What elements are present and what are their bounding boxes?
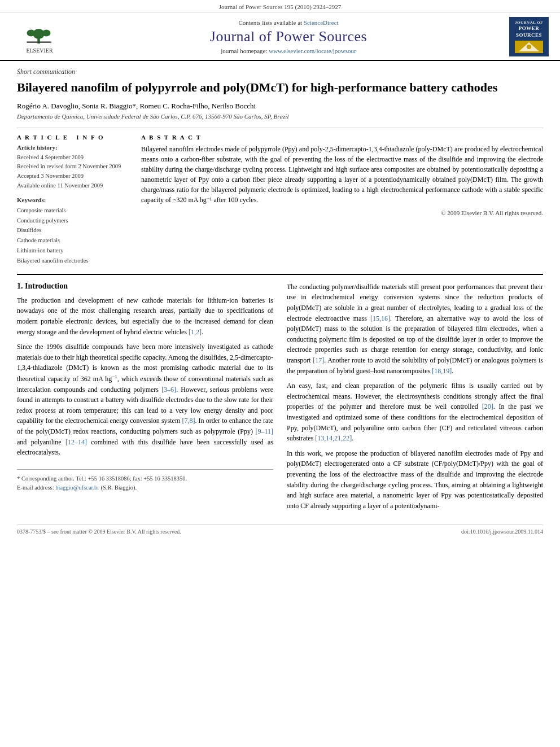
abstract-col: A B S T R A C T Bilayered nanofilm elect… — [141, 134, 543, 266]
keyword-3: Disulfides — [17, 225, 130, 235]
svg-point-3 — [42, 29, 51, 36]
top-bar: Journal of Power Sources 195 (2010) 2924… — [0, 0, 560, 12]
keyword-1: Composite materials — [17, 206, 130, 216]
body-right-col: The conducting polymer/disulfide materia… — [287, 282, 543, 516]
keyword-4: Cathode materials — [17, 235, 130, 246]
homepage-line: journal homepage: www.elsevier.com/locat… — [68, 47, 509, 54]
intro-para-2: Since the 1990s disulfide compounds have… — [17, 342, 273, 458]
issn-text: 0378-7753/$ – see front matter © 2009 El… — [17, 528, 181, 535]
divider-1 — [17, 128, 543, 128]
keyword-5: Lithium-ion battery — [17, 246, 130, 256]
copyright: © 2009 Elsevier B.V. All rights reserved… — [141, 209, 543, 216]
keyword-2: Conducting polymers — [17, 216, 130, 226]
accepted-date: Accepted 3 November 2009 — [17, 172, 130, 181]
body-divider — [17, 274, 543, 275]
journal-header: ELSEVIER Contents lists available at Sci… — [0, 12, 560, 61]
ref-15-16[interactable]: [15,16] — [370, 314, 390, 322]
svg-point-2 — [27, 29, 36, 36]
ref-13-22[interactable]: [13,14,21,22] — [315, 434, 352, 442]
history-label: Article history: — [17, 144, 130, 151]
ref-7-8[interactable]: [7,8] — [182, 417, 195, 425]
body-columns: 1. Introduction The production and devel… — [17, 282, 543, 516]
article-info-abstract: A R T I C L E I N F O Article history: R… — [17, 134, 543, 266]
article-dates: Received 4 September 2009 Received in re… — [17, 153, 130, 191]
authors: Rogério A. Davoglio, Sonia R. Biaggio*, … — [17, 102, 543, 111]
footnote-corresponding: * Corresponding author. Tel.: +55 16 335… — [17, 474, 273, 483]
keywords-list: Composite materials Conducting polymers … — [17, 206, 130, 266]
right-para-1: The conducting polymer/disulfide materia… — [287, 282, 543, 376]
body-left-col: 1. Introduction The production and devel… — [17, 282, 273, 516]
keyword-6: Bilayered nanofilm electrodes — [17, 256, 130, 266]
ref-20[interactable]: [20] — [482, 403, 493, 410]
article-info-col: A R T I C L E I N F O Article history: R… — [17, 134, 130, 266]
homepage-link[interactable]: www.elsevier.com/locate/jpowsour — [269, 47, 356, 54]
affiliation: Departamento de Química, Universidade Fe… — [17, 113, 543, 120]
intro-para-1: The production and development of new ca… — [17, 295, 273, 337]
doi-text: doi:10.1016/j.jpowsour.2009.11.014 — [461, 528, 543, 535]
article-content: Short communication Bilayered nanofilm o… — [0, 61, 560, 546]
page: Journal of Power Sources 195 (2010) 2924… — [0, 0, 560, 747]
svg-rect-4 — [27, 41, 52, 42]
svg-point-6 — [527, 45, 531, 49]
keywords-label: Keywords: — [17, 196, 130, 203]
elsevier-logo-area: ELSEVIER — [11, 20, 68, 54]
footnote-area: * Corresponding author. Tel.: +55 16 335… — [17, 469, 273, 492]
ref-17[interactable]: [17] — [313, 356, 324, 364]
abstract-text: Bilayered nanofilm electrodes made of po… — [141, 144, 543, 205]
ref-18-19[interactable]: [18,19] — [432, 367, 452, 375]
article-type: Short communication — [17, 68, 543, 76]
journal-title: Journal of Power Sources — [68, 28, 509, 45]
ref-12-14[interactable]: [12–14] — [65, 438, 87, 446]
bottom-bar: 0378-7753/$ – see front matter © 2009 El… — [17, 525, 543, 535]
contents-line: Contents lists available at ScienceDirec… — [68, 19, 509, 26]
intro-title: 1. Introduction — [17, 282, 273, 291]
received-date: Received 4 September 2009 — [17, 153, 130, 163]
journal-badge: JOURNAL OF POWER SOURCES — [509, 17, 549, 56]
journal-header-center: Contents lists available at ScienceDirec… — [68, 19, 509, 54]
article-title: Bilayered nanofilm of polypyrrole and po… — [17, 80, 543, 96]
ref-3-6[interactable]: [3–6] — [161, 386, 176, 394]
right-para-3: In this work, we propose the production … — [287, 448, 543, 512]
abstract-heading: A B S T R A C T — [141, 134, 543, 141]
footnote-email: E-mail address: biaggio@ufscar.br (S.R. … — [17, 483, 273, 492]
ref-1-2[interactable]: [1,2] — [189, 328, 202, 336]
elsevier-tree-icon — [23, 20, 56, 46]
journal-citation: Journal of Power Sources 195 (2010) 2924… — [219, 3, 341, 10]
right-para-2: An easy, fast, and clean preparation of … — [287, 381, 543, 444]
ref-9-11[interactable]: [9–11] — [255, 427, 273, 435]
article-info-heading: A R T I C L E I N F O — [17, 134, 130, 141]
elsevier-label: ELSEVIER — [26, 47, 53, 54]
footnote-email-link[interactable]: biaggio@ufscar.br — [55, 484, 99, 491]
sciencedirect-link[interactable]: ScienceDirect — [304, 19, 339, 26]
available-date: Available online 11 November 2009 — [17, 181, 130, 191]
revised-date: Received in revised form 2 November 2009 — [17, 162, 130, 172]
